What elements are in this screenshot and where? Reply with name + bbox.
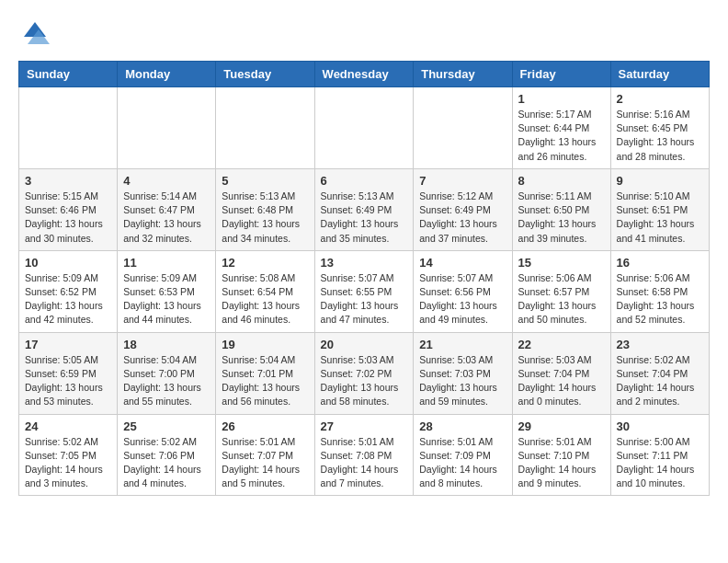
calendar-cell: 28Sunrise: 5:01 AM Sunset: 7:09 PM Dayli…: [414, 414, 512, 496]
day-info: Sunrise: 5:10 AM Sunset: 6:51 PM Dayligh…: [617, 190, 703, 246]
day-info: Sunrise: 5:08 AM Sunset: 6:54 PM Dayligh…: [222, 271, 308, 327]
day-info: Sunrise: 5:02 AM Sunset: 7:06 PM Dayligh…: [123, 435, 210, 491]
calendar-week-5: 24Sunrise: 5:02 AM Sunset: 7:05 PM Dayli…: [19, 414, 710, 496]
calendar-cell: [314, 87, 414, 169]
day-number: 3: [25, 174, 111, 188]
day-info: Sunrise: 5:09 AM Sunset: 6:52 PM Dayligh…: [25, 271, 111, 327]
day-number: 19: [222, 338, 308, 351]
calendar-cell: 13Sunrise: 5:07 AM Sunset: 6:55 PM Dayli…: [314, 250, 414, 332]
calendar-cell: 20Sunrise: 5:03 AM Sunset: 7:02 PM Dayli…: [314, 332, 414, 414]
day-number: 12: [222, 256, 308, 270]
day-info: Sunrise: 5:07 AM Sunset: 6:55 PM Dayligh…: [321, 271, 408, 327]
calendar-cell: 1Sunrise: 5:17 AM Sunset: 6:44 PM Daylig…: [512, 87, 610, 169]
calendar-week-3: 10Sunrise: 5:09 AM Sunset: 6:52 PM Dayli…: [19, 250, 710, 332]
day-number: 8: [518, 174, 605, 188]
calendar-cell: 3Sunrise: 5:15 AM Sunset: 6:46 PM Daylig…: [19, 168, 118, 250]
calendar-cell: 19Sunrise: 5:04 AM Sunset: 7:01 PM Dayli…: [216, 332, 314, 414]
calendar-cell: 4Sunrise: 5:14 AM Sunset: 6:47 PM Daylig…: [118, 168, 216, 250]
day-number: 15: [518, 256, 605, 270]
calendar-cell: 26Sunrise: 5:01 AM Sunset: 7:07 PM Dayli…: [216, 414, 314, 496]
day-number: 24: [25, 419, 111, 433]
calendar-cell: 14Sunrise: 5:07 AM Sunset: 6:56 PM Dayli…: [414, 250, 512, 332]
day-info: Sunrise: 5:03 AM Sunset: 7:02 PM Dayligh…: [321, 353, 408, 409]
calendar-cell: 9Sunrise: 5:10 AM Sunset: 6:51 PM Daylig…: [610, 168, 709, 250]
day-info: Sunrise: 5:15 AM Sunset: 6:46 PM Dayligh…: [25, 190, 111, 246]
day-number: 9: [617, 174, 703, 188]
day-number: 29: [518, 419, 605, 433]
calendar-cell: 17Sunrise: 5:05 AM Sunset: 6:59 PM Dayli…: [19, 332, 118, 414]
day-number: 11: [123, 256, 210, 270]
calendar-cell: 15Sunrise: 5:06 AM Sunset: 6:57 PM Dayli…: [512, 250, 610, 332]
day-number: 18: [123, 338, 210, 351]
day-info: Sunrise: 5:04 AM Sunset: 7:01 PM Dayligh…: [222, 353, 308, 409]
calendar-cell: 11Sunrise: 5:09 AM Sunset: 6:53 PM Dayli…: [118, 250, 216, 332]
day-info: Sunrise: 5:16 AM Sunset: 6:45 PM Dayligh…: [617, 108, 703, 164]
day-info: Sunrise: 5:09 AM Sunset: 6:53 PM Dayligh…: [123, 271, 210, 327]
day-info: Sunrise: 5:14 AM Sunset: 6:47 PM Dayligh…: [123, 190, 210, 246]
calendar-week-2: 3Sunrise: 5:15 AM Sunset: 6:46 PM Daylig…: [19, 168, 710, 250]
day-info: Sunrise: 5:02 AM Sunset: 7:05 PM Dayligh…: [25, 435, 111, 491]
day-number: 5: [222, 174, 308, 188]
day-number: 20: [321, 338, 408, 351]
calendar-cell: [414, 87, 512, 169]
calendar-header-tuesday: Tuesday: [216, 62, 314, 87]
calendar-cell: 29Sunrise: 5:01 AM Sunset: 7:10 PM Dayli…: [512, 414, 610, 496]
day-number: 4: [123, 174, 210, 188]
day-number: 6: [321, 174, 408, 188]
calendar-cell: 24Sunrise: 5:02 AM Sunset: 7:05 PM Dayli…: [19, 414, 118, 496]
calendar-header-row: SundayMondayTuesdayWednesdayThursdayFrid…: [19, 62, 710, 87]
calendar-cell: 12Sunrise: 5:08 AM Sunset: 6:54 PM Dayli…: [216, 250, 314, 332]
day-info: Sunrise: 5:03 AM Sunset: 7:03 PM Dayligh…: [419, 353, 506, 409]
calendar-cell: 18Sunrise: 5:04 AM Sunset: 7:00 PM Dayli…: [118, 332, 216, 414]
day-info: Sunrise: 5:01 AM Sunset: 7:10 PM Dayligh…: [518, 435, 605, 491]
day-info: Sunrise: 5:01 AM Sunset: 7:08 PM Dayligh…: [321, 435, 408, 491]
calendar-header-thursday: Thursday: [414, 62, 512, 87]
calendar-cell: 8Sunrise: 5:11 AM Sunset: 6:50 PM Daylig…: [512, 168, 610, 250]
day-info: Sunrise: 5:12 AM Sunset: 6:49 PM Dayligh…: [419, 190, 506, 246]
day-info: Sunrise: 5:03 AM Sunset: 7:04 PM Dayligh…: [518, 353, 605, 409]
day-info: Sunrise: 5:05 AM Sunset: 6:59 PM Dayligh…: [25, 353, 111, 409]
day-number: 28: [419, 419, 506, 433]
day-number: 22: [518, 338, 605, 351]
day-number: 10: [25, 256, 111, 270]
day-number: 14: [419, 256, 506, 270]
calendar-cell: 2Sunrise: 5:16 AM Sunset: 6:45 PM Daylig…: [610, 87, 709, 169]
calendar-cell: 10Sunrise: 5:09 AM Sunset: 6:52 PM Dayli…: [19, 250, 118, 332]
calendar-cell: 7Sunrise: 5:12 AM Sunset: 6:49 PM Daylig…: [414, 168, 512, 250]
day-info: Sunrise: 5:06 AM Sunset: 6:58 PM Dayligh…: [617, 271, 703, 327]
day-info: Sunrise: 5:01 AM Sunset: 7:09 PM Dayligh…: [419, 435, 506, 491]
day-number: 25: [123, 419, 210, 433]
day-info: Sunrise: 5:02 AM Sunset: 7:04 PM Dayligh…: [617, 353, 703, 409]
calendar-header-wednesday: Wednesday: [314, 62, 414, 87]
day-number: 21: [419, 338, 506, 351]
calendar-cell: 5Sunrise: 5:13 AM Sunset: 6:48 PM Daylig…: [216, 168, 314, 250]
day-info: Sunrise: 5:07 AM Sunset: 6:56 PM Dayligh…: [419, 271, 506, 327]
day-number: 7: [419, 174, 506, 188]
calendar-header-sunday: Sunday: [19, 62, 118, 87]
calendar-week-1: 1Sunrise: 5:17 AM Sunset: 6:44 PM Daylig…: [19, 87, 710, 169]
page-header: [18, 18, 710, 52]
calendar-cell: [118, 87, 216, 169]
calendar-cell: 30Sunrise: 5:00 AM Sunset: 7:11 PM Dayli…: [610, 414, 709, 496]
day-number: 17: [25, 338, 111, 351]
calendar-cell: 22Sunrise: 5:03 AM Sunset: 7:04 PM Dayli…: [512, 332, 610, 414]
day-number: 16: [617, 256, 703, 270]
logo: [18, 18, 57, 52]
day-number: 2: [617, 92, 703, 106]
day-info: Sunrise: 5:00 AM Sunset: 7:11 PM Dayligh…: [617, 435, 703, 491]
calendar-cell: 25Sunrise: 5:02 AM Sunset: 7:06 PM Dayli…: [118, 414, 216, 496]
day-info: Sunrise: 5:13 AM Sunset: 6:49 PM Dayligh…: [321, 190, 408, 246]
calendar-table: SundayMondayTuesdayWednesdayThursdayFrid…: [18, 61, 710, 496]
calendar-cell: 27Sunrise: 5:01 AM Sunset: 7:08 PM Dayli…: [314, 414, 414, 496]
day-info: Sunrise: 5:01 AM Sunset: 7:07 PM Dayligh…: [222, 435, 308, 491]
day-info: Sunrise: 5:04 AM Sunset: 7:00 PM Dayligh…: [123, 353, 210, 409]
calendar-cell: 23Sunrise: 5:02 AM Sunset: 7:04 PM Dayli…: [610, 332, 709, 414]
day-info: Sunrise: 5:17 AM Sunset: 6:44 PM Dayligh…: [518, 108, 605, 164]
calendar-header-monday: Monday: [118, 62, 216, 87]
day-number: 26: [222, 419, 308, 433]
day-number: 27: [321, 419, 408, 433]
calendar-cell: 6Sunrise: 5:13 AM Sunset: 6:49 PM Daylig…: [314, 168, 414, 250]
day-number: 23: [617, 338, 703, 351]
calendar-week-4: 17Sunrise: 5:05 AM Sunset: 6:59 PM Dayli…: [19, 332, 710, 414]
day-info: Sunrise: 5:13 AM Sunset: 6:48 PM Dayligh…: [222, 190, 308, 246]
